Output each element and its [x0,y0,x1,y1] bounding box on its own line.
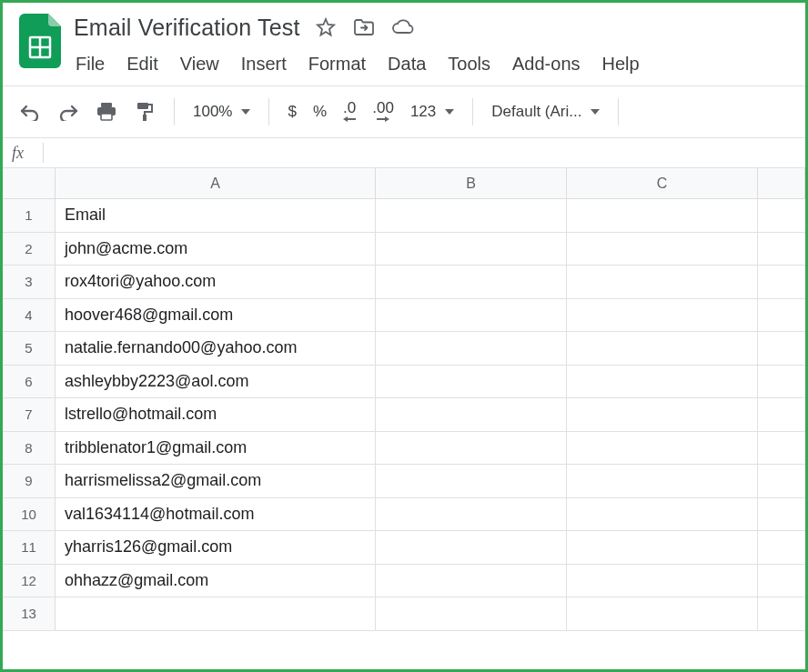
cell[interactable] [758,366,805,398]
cell[interactable] [758,432,805,465]
cell[interactable] [758,565,805,597]
cell[interactable] [567,597,758,630]
cell[interactable] [758,398,805,431]
cloud-status-icon[interactable] [389,15,415,40]
cell[interactable]: harrismelissa2@gmail.com [56,465,376,497]
cell[interactable] [376,199,567,232]
menu-help[interactable]: Help [602,54,640,75]
star-icon[interactable] [313,15,338,40]
row-header[interactable]: 4 [3,299,56,332]
cell[interactable] [376,498,567,531]
cell[interactable] [758,266,805,298]
row-header[interactable]: 6 [3,366,56,398]
cell[interactable]: yharris126@gmail.com [56,531,376,564]
decrease-decimal-button[interactable]: .0 [339,101,359,122]
cell[interactable] [758,233,805,266]
menu-file[interactable]: File [76,54,105,75]
cell[interactable] [567,432,758,465]
font-dropdown[interactable]: Default (Ari... [488,103,603,121]
cell[interactable] [567,565,758,597]
cell[interactable] [567,199,758,232]
cell[interactable] [376,266,567,298]
cell[interactable] [376,531,567,564]
cell[interactable] [567,233,758,266]
cell[interactable]: natalie.fernando00@yahoo.com [56,332,376,365]
cell[interactable] [567,266,758,298]
cell[interactable] [758,465,805,497]
cell[interactable] [758,531,805,564]
cell[interactable] [567,498,758,531]
cell[interactable] [376,565,567,597]
menu-edit[interactable]: Edit [126,54,157,75]
cell[interactable] [567,299,758,332]
print-button[interactable] [92,97,121,126]
cell[interactable]: hoover468@gmail.com [56,299,376,332]
cell[interactable]: rox4tori@yahoo.com [56,266,376,298]
menu-format[interactable]: Format [308,54,366,75]
fx-separator [43,143,44,163]
cell[interactable] [376,366,567,398]
cell[interactable] [376,432,567,465]
row-header[interactable]: 12 [3,565,56,597]
cell[interactable] [376,299,567,332]
cell[interactable]: john@acme.com [56,233,376,266]
cell[interactable] [56,597,376,630]
paint-format-button[interactable] [130,97,159,126]
row-header[interactable]: 7 [3,398,56,431]
cell[interactable]: ohhazz@gmail.com [56,565,376,597]
formula-input[interactable] [53,138,796,167]
move-folder-icon[interactable] [351,15,377,40]
undo-button[interactable] [15,97,45,126]
row-header[interactable]: 5 [3,332,56,365]
cell[interactable]: Email [56,199,376,232]
row-header[interactable]: 13 [3,597,56,630]
cell[interactable] [567,465,758,497]
cell[interactable] [758,199,805,232]
increase-decimal-button[interactable]: .00 [369,101,398,122]
svg-rect-5 [101,114,112,120]
row-header[interactable]: 2 [3,233,56,266]
zoom-dropdown[interactable]: 100% [189,103,254,121]
cell[interactable] [758,498,805,531]
menu-insert[interactable]: Insert [241,54,287,75]
column-header-a[interactable]: A [56,168,376,198]
select-all-corner[interactable] [3,168,56,198]
menu-tools[interactable]: Tools [448,54,490,75]
cell[interactable] [567,531,758,564]
redo-button[interactable] [54,97,83,126]
row-header[interactable]: 10 [3,498,56,531]
toolbar-separator [472,98,473,125]
currency-button[interactable]: $ [284,103,299,121]
menu-data[interactable]: Data [388,54,426,75]
cell[interactable]: ashleybby2223@aol.com [56,366,376,398]
cell[interactable] [567,398,758,431]
sheets-logo[interactable] [12,8,70,85]
cell[interactable] [758,597,805,630]
cell[interactable]: val1634114@hotmail.com [56,498,376,531]
column-header-overflow[interactable] [758,168,805,198]
column-header-c[interactable]: C [567,168,758,198]
cell[interactable] [567,332,758,365]
number-format-dropdown[interactable]: 123 [407,103,458,121]
cell[interactable] [567,366,758,398]
cell[interactable]: lstrello@hotmail.com [56,398,376,431]
cell[interactable] [758,332,805,365]
row-header[interactable]: 3 [3,266,56,298]
menu-addons[interactable]: Add-ons [512,54,581,75]
cell[interactable] [376,233,567,266]
cell[interactable] [376,465,567,497]
cell[interactable] [376,597,567,630]
document-title[interactable]: Email Verification Test [70,15,300,41]
row-header[interactable]: 8 [3,432,56,465]
row-header[interactable]: 11 [3,531,56,564]
cell[interactable] [758,299,805,332]
cell[interactable] [376,398,567,431]
menu-view[interactable]: View [180,54,219,75]
row-header[interactable]: 1 [3,199,56,232]
cell[interactable]: tribblenator1@gmail.com [56,432,376,465]
row-header[interactable]: 9 [3,465,56,497]
table-row: 1Email [3,199,805,233]
column-header-b[interactable]: B [376,168,567,198]
cell[interactable] [376,332,567,365]
percent-button[interactable]: % [309,103,330,121]
